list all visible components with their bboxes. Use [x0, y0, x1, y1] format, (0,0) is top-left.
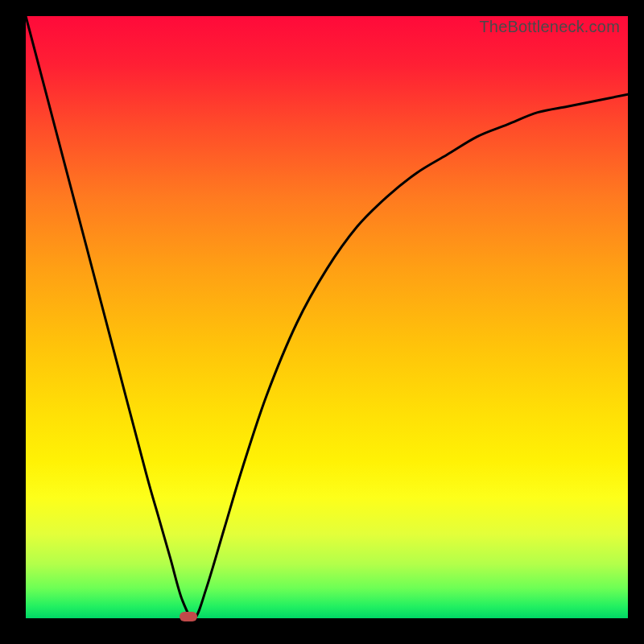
curve-svg	[26, 16, 628, 618]
chart-frame: TheBottleneck.com	[0, 0, 644, 644]
plot-area: TheBottleneck.com	[26, 16, 628, 618]
bottleneck-curve-path	[26, 16, 628, 618]
optimum-marker	[180, 612, 197, 621]
